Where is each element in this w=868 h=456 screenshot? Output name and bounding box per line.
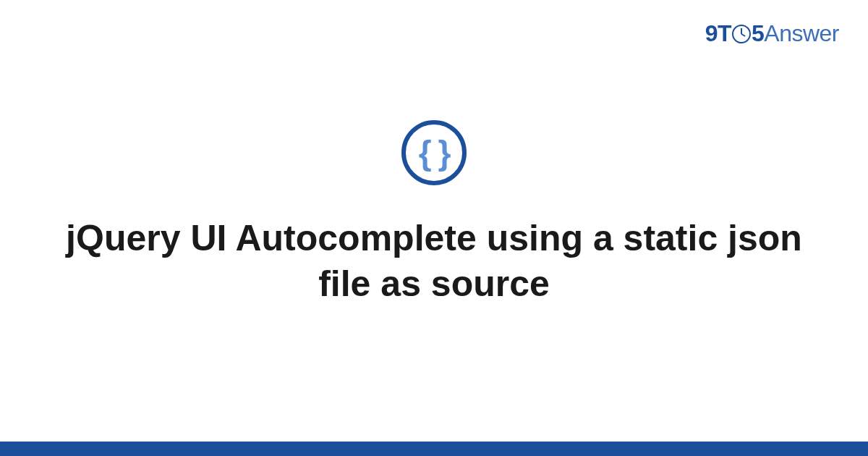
clock-icon [732, 25, 751, 43]
site-logo[interactable]: 9 T 5 Answer [705, 20, 839, 47]
logo-nine: 9 [705, 20, 718, 47]
code-braces-icon: { } [419, 133, 450, 172]
topic-icon-circle: { } [401, 120, 467, 185]
logo-answer: Answer [764, 20, 839, 47]
logo-t: T [718, 20, 731, 47]
footer-accent-bar [0, 442, 868, 456]
logo-five: 5 [752, 20, 764, 47]
main-content: { } jQuery UI Autocomplete using a stati… [0, 120, 868, 306]
page-title: jQuery UI Autocomplete using a static js… [0, 216, 868, 306]
